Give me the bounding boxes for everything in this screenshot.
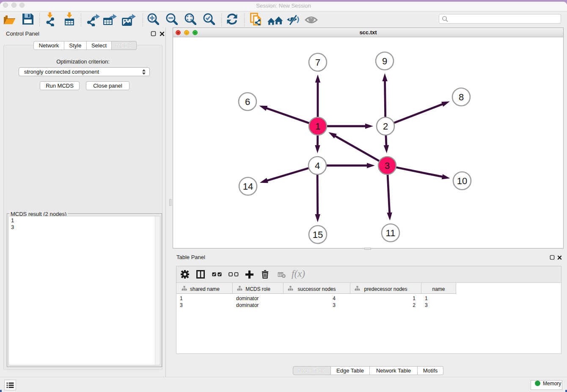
svg-text:4: 4 — [315, 160, 320, 171]
svg-text:14: 14 — [243, 181, 253, 192]
svg-text:3: 3 — [385, 160, 390, 171]
svg-text:9: 9 — [382, 56, 387, 66]
svg-text:10: 10 — [457, 176, 467, 186]
svg-text:1: 1 — [315, 121, 320, 132]
svg-text:11: 11 — [386, 228, 396, 238]
svg-text:2: 2 — [383, 121, 388, 132]
svg-text:7: 7 — [315, 57, 320, 68]
svg-text:6: 6 — [245, 97, 250, 107]
svg-text:15: 15 — [313, 229, 323, 240]
svg-text:8: 8 — [459, 92, 464, 102]
